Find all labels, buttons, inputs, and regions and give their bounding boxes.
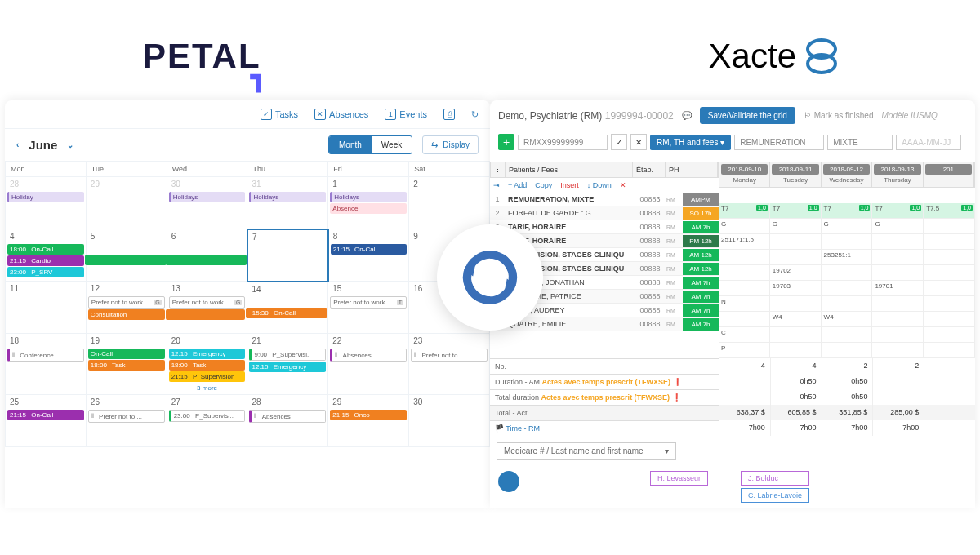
- calendar-cell[interactable]: 20 12:15 Emergency 18:00 Task 21:15 P_Su…: [167, 334, 247, 395]
- grid-cell[interactable]: 251171:1.5: [719, 234, 770, 249]
- grid-cell[interactable]: [770, 327, 822, 342]
- event-supervision[interactable]: 21:15 P_Supervision: [169, 371, 246, 382]
- event-supervision[interactable]: 23:00 P_Supervisi..: [169, 410, 246, 422]
- calendar-cell[interactable]: 1HolidaysAbsence: [328, 177, 409, 229]
- person-chip[interactable]: H. Levasseur: [650, 471, 708, 486]
- grid-cell[interactable]: [924, 234, 975, 249]
- code-input[interactable]: RMXX99999999: [518, 135, 608, 150]
- event-supervision[interactable]: 9:00 P_Supervisi..: [249, 349, 326, 361]
- grid-cell[interactable]: 253251:1: [822, 250, 873, 264]
- calendar-cell[interactable]: 2521:15 On-Call: [6, 395, 87, 447]
- event-prefer-not[interactable]: Prefer not to workG: [88, 296, 165, 309]
- row-menu-icon[interactable]: ⋮: [491, 162, 506, 177]
- grid-cell[interactable]: [924, 250, 975, 264]
- type-dropdown[interactable]: RM, TH and fees ▾: [650, 135, 731, 150]
- grid-cell[interactable]: [719, 250, 770, 264]
- calendar-cell[interactable]: 2723:00 P_Supervisi..: [167, 395, 247, 447]
- avatar[interactable]: [498, 471, 519, 492]
- mixte-input[interactable]: MIXTE: [827, 135, 893, 150]
- event-conference[interactable]: ⦀ Conference: [7, 349, 84, 362]
- calendar-cell[interactable]: 219:00 P_Supervisi..12:15 Emergency: [247, 334, 328, 395]
- grid-cell[interactable]: [822, 343, 873, 357]
- event-holiday[interactable]: Holidays: [169, 192, 246, 202]
- month-view-button[interactable]: Month: [329, 136, 372, 153]
- date-column-header[interactable]: 2018-09-11Tuesday: [770, 162, 821, 187]
- chevron-left-icon[interactable]: ‹: [16, 140, 19, 149]
- date-column-header[interactable]: 2018-09-12Wednesday: [822, 162, 872, 187]
- grid-cell[interactable]: [872, 327, 924, 342]
- grid-row[interactable]: 1REMUNERATION, MIXTE00883RMAMPM: [490, 193, 719, 206]
- grid-cell[interactable]: [924, 296, 975, 311]
- event-prefer-not[interactable]: Prefer not to workG: [169, 296, 246, 309]
- event-emergency[interactable]: 12:15 Emergency: [249, 362, 326, 372]
- save-validate-button[interactable]: Save/Validate the grid: [700, 107, 795, 124]
- event-prefer-not[interactable]: Prefer not to workT: [330, 296, 407, 309]
- calendar-cell[interactable]: 821:15 On-Call: [328, 229, 409, 282]
- week-view-button[interactable]: Week: [372, 136, 412, 153]
- calendar-cell[interactable]: 6: [167, 229, 247, 282]
- event-absences[interactable]: ⦀ Absences: [330, 349, 407, 362]
- grid-cell[interactable]: [872, 312, 924, 326]
- mark-finished-button[interactable]: 🏳 Mark as finished: [804, 111, 874, 120]
- more-events-link[interactable]: 3 more: [169, 383, 246, 393]
- event-oncall[interactable]: [166, 255, 247, 265]
- grid-cell[interactable]: [872, 343, 924, 357]
- grid-cell[interactable]: [924, 281, 975, 295]
- absences-button[interactable]: ✕Absences: [314, 109, 368, 120]
- grid-cell[interactable]: W4: [770, 312, 822, 326]
- calendar-cell[interactable]: 26⦀ Prefer not to ...: [86, 395, 167, 447]
- person-chip[interactable]: J. Bolduc: [741, 471, 809, 486]
- grid-cell[interactable]: [872, 296, 924, 311]
- event-consultation[interactable]: Consultation: [88, 309, 165, 320]
- grid-cell[interactable]: N: [719, 296, 770, 311]
- grid-cell[interactable]: [822, 327, 873, 342]
- calendar-cell-today[interactable]: 7: [247, 229, 328, 282]
- calendar-cell[interactable]: 2: [409, 177, 490, 229]
- grid-cell[interactable]: [770, 234, 822, 249]
- event-holiday[interactable]: Holidays: [330, 192, 407, 202]
- calendar-cell[interactable]: 28⦀ Absences: [247, 395, 328, 447]
- grid-cell[interactable]: 19701: [872, 281, 924, 295]
- calendar-cell[interactable]: 2921:15 Onco: [328, 395, 409, 447]
- grid-cell[interactable]: 19703: [770, 281, 822, 295]
- event-prefer-not[interactable]: ⦀ Prefer not to ...: [411, 349, 488, 362]
- grid-cell[interactable]: P: [719, 343, 770, 357]
- calendar-cell[interactable]: 28Holiday: [6, 177, 87, 229]
- grid-cell[interactable]: T71,0: [770, 203, 822, 218]
- copy-button[interactable]: Copy: [535, 181, 552, 189]
- grid-cell[interactable]: G: [719, 219, 770, 233]
- event-consultation[interactable]: [166, 309, 246, 320]
- event-holiday[interactable]: Holiday: [7, 192, 84, 202]
- calendar-cell[interactable]: 18⦀ Conference: [6, 334, 87, 395]
- grid-cell[interactable]: [770, 296, 822, 311]
- event-oncall[interactable]: [85, 255, 167, 265]
- calendar-cell[interactable]: 31Holidays: [247, 177, 328, 229]
- event-oncall[interactable]: 18:00 On-Call: [7, 244, 84, 255]
- grid-cell[interactable]: [924, 327, 975, 342]
- calendar-cell[interactable]: 14 15:30 On-Call: [247, 282, 328, 334]
- grid-cell[interactable]: [770, 250, 822, 264]
- event-holiday[interactable]: Holidays: [249, 192, 326, 202]
- grid-cell[interactable]: W4: [822, 312, 873, 326]
- confirm-button[interactable]: ✓: [611, 134, 627, 150]
- grid-cell[interactable]: 19702: [770, 265, 822, 280]
- event-task[interactable]: 18:00 Task: [169, 360, 246, 371]
- event-srv[interactable]: 23:00 P_SRV: [7, 267, 84, 278]
- calendar-cell[interactable]: 22⦀ Absences: [328, 334, 409, 395]
- calendar-cell[interactable]: 23⦀ Prefer not to ...: [409, 334, 490, 395]
- display-button[interactable]: ⇆Display: [422, 135, 479, 154]
- grid-cell[interactable]: C: [719, 327, 770, 342]
- event-absence[interactable]: Absence: [330, 203, 407, 214]
- calendar-cell[interactable]: 11: [6, 282, 87, 334]
- print-button[interactable]: ⎙: [443, 109, 455, 120]
- event-oncall[interactable]: On-Call: [88, 349, 165, 359]
- calendar-cell[interactable]: 4 18:00 On-Call 21:15 Cardio 23:00 P_SRV: [6, 229, 87, 282]
- search-select[interactable]: Medicare # / Last name and first name▾: [497, 442, 676, 460]
- view-toggle[interactable]: Month Week: [328, 135, 412, 154]
- grid-cell[interactable]: [924, 219, 975, 233]
- event-task[interactable]: 18:00 Task: [88, 360, 165, 371]
- refresh-button[interactable]: ↻: [471, 109, 479, 120]
- event-absences[interactable]: ⦀ Absences: [249, 410, 326, 423]
- calendar-cell[interactable]: 30Holidays: [167, 177, 247, 229]
- event-cardio[interactable]: 21:15 Cardio: [7, 255, 84, 266]
